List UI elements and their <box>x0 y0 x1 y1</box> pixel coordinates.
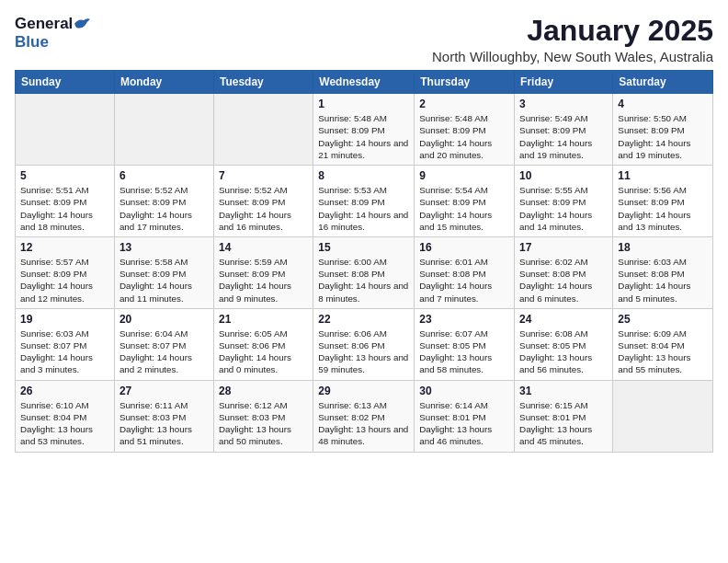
day-info: Sunrise: 6:11 AM Sunset: 8:03 PM Dayligh… <box>119 399 209 448</box>
calendar-cell: 20Sunrise: 6:04 AM Sunset: 8:07 PM Dayli… <box>114 308 213 380</box>
day-number: 25 <box>618 313 708 326</box>
day-info: Sunrise: 6:03 AM Sunset: 8:08 PM Dayligh… <box>618 256 708 304</box>
day-info: Sunrise: 6:04 AM Sunset: 8:07 PM Dayligh… <box>119 327 209 376</box>
day-info: Sunrise: 6:10 AM Sunset: 8:04 PM Dayligh… <box>20 399 109 448</box>
day-number: 9 <box>419 169 509 182</box>
calendar-cell: 6Sunrise: 5:52 AM Sunset: 8:09 PM Daylig… <box>114 166 213 237</box>
month-title: January 2025 <box>432 15 713 47</box>
calendar-cell: 8Sunrise: 5:53 AM Sunset: 8:09 PM Daylig… <box>313 166 415 237</box>
day-number: 19 <box>20 313 109 326</box>
calendar-cell <box>16 94 115 166</box>
calendar-cell: 4Sunrise: 5:50 AM Sunset: 8:09 PM Daylig… <box>613 94 713 166</box>
calendar-cell: 1Sunrise: 5:48 AM Sunset: 8:09 PM Daylig… <box>313 94 415 166</box>
day-number: 21 <box>219 313 308 326</box>
day-number: 28 <box>219 385 308 397</box>
calendar-cell <box>114 94 213 166</box>
day-number: 5 <box>20 169 109 182</box>
day-info: Sunrise: 5:56 AM Sunset: 8:09 PM Dayligh… <box>618 184 708 233</box>
day-number: 18 <box>618 241 708 254</box>
weekday-header-saturday: Saturday <box>613 71 713 94</box>
day-info: Sunrise: 5:55 AM Sunset: 8:09 PM Dayligh… <box>519 184 608 233</box>
day-number: 3 <box>519 98 608 110</box>
day-info: Sunrise: 6:01 AM Sunset: 8:08 PM Dayligh… <box>419 256 509 304</box>
logo-general-text: General <box>15 15 73 33</box>
day-info: Sunrise: 6:12 AM Sunset: 8:03 PM Dayligh… <box>219 399 308 448</box>
calendar-cell: 29Sunrise: 6:13 AM Sunset: 8:02 PM Dayli… <box>313 380 415 452</box>
calendar-cell: 19Sunrise: 6:03 AM Sunset: 8:07 PM Dayli… <box>16 308 115 380</box>
day-number: 23 <box>419 313 509 326</box>
day-number: 20 <box>119 313 209 326</box>
day-number: 31 <box>519 385 608 397</box>
calendar-cell: 23Sunrise: 6:07 AM Sunset: 8:05 PM Dayli… <box>415 308 515 380</box>
weekday-header-wednesday: Wednesday <box>313 71 415 94</box>
calendar-header: SundayMondayTuesdayWednesdayThursdayFrid… <box>16 71 713 94</box>
day-number: 14 <box>219 241 308 254</box>
day-info: Sunrise: 6:00 AM Sunset: 8:08 PM Dayligh… <box>318 256 409 304</box>
weekday-header-tuesday: Tuesday <box>213 71 313 94</box>
logo-bird-icon <box>73 17 91 31</box>
day-number: 15 <box>318 241 409 254</box>
day-info: Sunrise: 5:50 AM Sunset: 8:09 PM Dayligh… <box>618 112 708 161</box>
day-info: Sunrise: 5:48 AM Sunset: 8:09 PM Dayligh… <box>318 112 409 161</box>
day-info: Sunrise: 5:52 AM Sunset: 8:09 PM Dayligh… <box>219 184 308 233</box>
day-info: Sunrise: 5:51 AM Sunset: 8:09 PM Dayligh… <box>20 184 109 233</box>
calendar-cell: 3Sunrise: 5:49 AM Sunset: 8:09 PM Daylig… <box>515 94 613 166</box>
calendar-cell: 14Sunrise: 5:59 AM Sunset: 8:09 PM Dayli… <box>213 236 313 308</box>
calendar-cell: 5Sunrise: 5:51 AM Sunset: 8:09 PM Daylig… <box>16 166 115 237</box>
calendar-cell <box>613 380 713 452</box>
calendar-cell: 24Sunrise: 6:08 AM Sunset: 8:05 PM Dayli… <box>515 308 613 380</box>
day-number: 27 <box>119 385 209 397</box>
day-number: 6 <box>119 169 209 182</box>
calendar-cell: 10Sunrise: 5:55 AM Sunset: 8:09 PM Dayli… <box>515 166 613 237</box>
calendar-cell: 9Sunrise: 5:54 AM Sunset: 8:09 PM Daylig… <box>415 166 515 237</box>
day-number: 13 <box>119 241 209 254</box>
calendar-week-row: 12Sunrise: 5:57 AM Sunset: 8:09 PM Dayli… <box>16 236 713 308</box>
day-info: Sunrise: 6:14 AM Sunset: 8:01 PM Dayligh… <box>419 399 509 448</box>
calendar-week-row: 26Sunrise: 6:10 AM Sunset: 8:04 PM Dayli… <box>16 380 713 452</box>
day-number: 8 <box>318 169 409 182</box>
day-number: 29 <box>318 385 409 397</box>
calendar-cell: 7Sunrise: 5:52 AM Sunset: 8:09 PM Daylig… <box>213 166 313 237</box>
day-info: Sunrise: 6:08 AM Sunset: 8:05 PM Dayligh… <box>519 327 608 376</box>
day-info: Sunrise: 6:05 AM Sunset: 8:06 PM Dayligh… <box>219 327 308 376</box>
day-info: Sunrise: 6:03 AM Sunset: 8:07 PM Dayligh… <box>20 327 109 376</box>
calendar-cell: 17Sunrise: 6:02 AM Sunset: 8:08 PM Dayli… <box>515 236 613 308</box>
day-number: 10 <box>519 169 608 182</box>
calendar-cell: 2Sunrise: 5:48 AM Sunset: 8:09 PM Daylig… <box>415 94 515 166</box>
day-number: 4 <box>618 98 708 110</box>
logo: General Blue <box>15 15 91 52</box>
day-number: 2 <box>419 98 509 110</box>
calendar-cell: 31Sunrise: 6:15 AM Sunset: 8:01 PM Dayli… <box>515 380 613 452</box>
logo-blue-text: Blue <box>15 33 91 52</box>
day-number: 16 <box>419 241 509 254</box>
day-number: 22 <box>318 313 409 326</box>
calendar-cell <box>213 94 313 166</box>
calendar-cell: 12Sunrise: 5:57 AM Sunset: 8:09 PM Dayli… <box>16 236 115 308</box>
header: General Blue January 2025 North Willough… <box>15 15 713 64</box>
day-info: Sunrise: 5:54 AM Sunset: 8:09 PM Dayligh… <box>419 184 509 233</box>
weekday-header-sunday: Sunday <box>16 71 115 94</box>
day-number: 12 <box>20 241 109 254</box>
day-number: 11 <box>618 169 708 182</box>
day-number: 24 <box>519 313 608 326</box>
calendar-cell: 25Sunrise: 6:09 AM Sunset: 8:04 PM Dayli… <box>613 308 713 380</box>
day-info: Sunrise: 6:15 AM Sunset: 8:01 PM Dayligh… <box>519 399 608 448</box>
title-block: January 2025 North Willoughby, New South… <box>432 15 713 64</box>
calendar-cell: 22Sunrise: 6:06 AM Sunset: 8:06 PM Dayli… <box>313 308 415 380</box>
weekday-header-thursday: Thursday <box>415 71 515 94</box>
calendar-cell: 13Sunrise: 5:58 AM Sunset: 8:09 PM Dayli… <box>114 236 213 308</box>
calendar-week-row: 5Sunrise: 5:51 AM Sunset: 8:09 PM Daylig… <box>16 166 713 237</box>
calendar-cell: 30Sunrise: 6:14 AM Sunset: 8:01 PM Dayli… <box>415 380 515 452</box>
calendar-cell: 28Sunrise: 6:12 AM Sunset: 8:03 PM Dayli… <box>213 380 313 452</box>
day-info: Sunrise: 6:02 AM Sunset: 8:08 PM Dayligh… <box>519 256 608 304</box>
calendar-week-row: 19Sunrise: 6:03 AM Sunset: 8:07 PM Dayli… <box>16 308 713 380</box>
calendar-cell: 16Sunrise: 6:01 AM Sunset: 8:08 PM Dayli… <box>415 236 515 308</box>
calendar-cell: 27Sunrise: 6:11 AM Sunset: 8:03 PM Dayli… <box>114 380 213 452</box>
day-number: 1 <box>318 98 409 110</box>
calendar-cell: 21Sunrise: 6:05 AM Sunset: 8:06 PM Dayli… <box>213 308 313 380</box>
calendar-cell: 15Sunrise: 6:00 AM Sunset: 8:08 PM Dayli… <box>313 236 415 308</box>
day-info: Sunrise: 6:07 AM Sunset: 8:05 PM Dayligh… <box>419 327 509 376</box>
calendar-cell: 18Sunrise: 6:03 AM Sunset: 8:08 PM Dayli… <box>613 236 713 308</box>
day-info: Sunrise: 5:59 AM Sunset: 8:09 PM Dayligh… <box>219 256 308 304</box>
day-info: Sunrise: 5:52 AM Sunset: 8:09 PM Dayligh… <box>119 184 209 233</box>
